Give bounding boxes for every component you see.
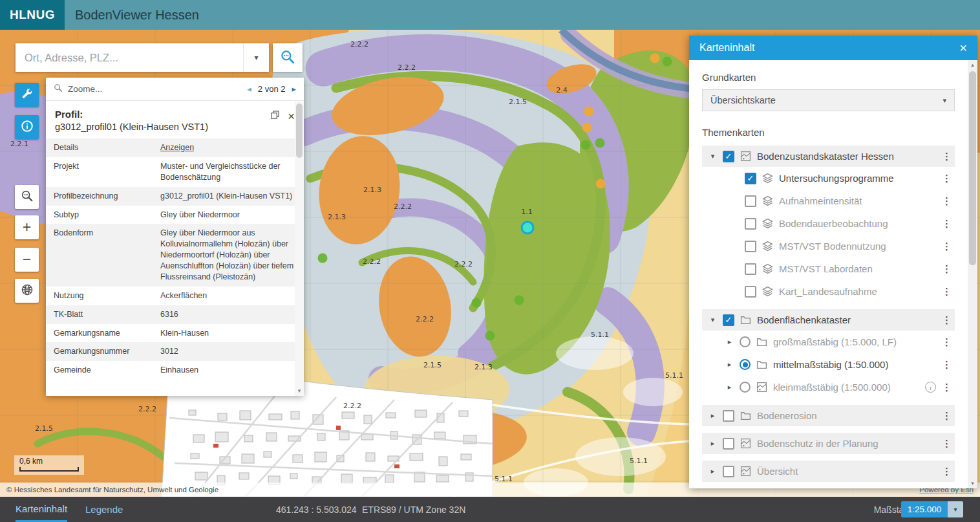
layer-row[interactable]: Aufnahmeintensität⋮ xyxy=(738,190,955,212)
popup-scrollbar[interactable]: ▾ xyxy=(295,102,304,396)
layer-row[interactable]: MST/VST Bodennutzung⋮ xyxy=(738,235,955,257)
layer-checkbox[interactable] xyxy=(745,218,756,230)
scroll-up-icon[interactable]: ▴ xyxy=(971,60,974,70)
search-button[interactable] xyxy=(273,43,303,72)
scroll-down-icon[interactable]: ▾ xyxy=(971,479,974,488)
layer-radio[interactable] xyxy=(740,336,751,347)
selected-map-point[interactable] xyxy=(522,222,533,234)
zoom-in-button[interactable]: + xyxy=(15,215,39,239)
layer-checkbox[interactable]: ✓ xyxy=(723,314,734,326)
scale-select-chevron[interactable]: ▾ xyxy=(948,501,963,517)
map-point-orange[interactable] xyxy=(650,54,660,63)
hlnug-logo[interactable]: HLNUG xyxy=(0,0,65,30)
map-point-orange[interactable] xyxy=(596,179,606,189)
popup-title-value: g3012_profil01 (Klein-Hausen VST1) xyxy=(55,122,208,132)
panel-header: Karteninhalt × xyxy=(689,36,977,60)
kebab-menu-icon[interactable]: ⋮ xyxy=(942,218,951,230)
scrollbar-thumb[interactable] xyxy=(296,103,303,158)
dock-popup-icon[interactable] xyxy=(270,110,280,122)
map-point-orange[interactable] xyxy=(582,123,592,133)
tab-legende[interactable]: Legende xyxy=(85,497,123,522)
home-extent-button[interactable] xyxy=(15,279,39,303)
kebab-menu-icon[interactable]: ⋮ xyxy=(942,173,951,184)
map-point-green[interactable] xyxy=(472,298,482,308)
chevron-right-icon[interactable]: ▸ xyxy=(725,383,734,391)
scroll-down-icon[interactable]: ▾ xyxy=(298,386,301,396)
layer-row[interactable]: ✓Untersuchungsprogramme⋮ xyxy=(738,167,955,190)
kebab-menu-icon[interactable]: ⋮ xyxy=(942,263,951,275)
layer-checkbox[interactable] xyxy=(723,410,734,422)
chevron-right-icon[interactable]: ▸ xyxy=(708,411,717,420)
kebab-menu-icon[interactable]: ⋮ xyxy=(942,241,951,252)
basemap-select[interactable]: Übersichtskarte ▾ xyxy=(702,89,955,111)
layer-checkbox[interactable] xyxy=(745,195,756,207)
chevron-down-icon[interactable]: ▾ xyxy=(708,316,717,324)
kebab-menu-icon[interactable]: ⋮ xyxy=(942,382,951,393)
kebab-menu-icon[interactable]: ⋮ xyxy=(942,151,951,162)
layer-row[interactable]: Kart_Landesaufnahme⋮ xyxy=(738,280,955,303)
zoom-to-link[interactable]: Zoome... xyxy=(68,84,242,94)
layer-radio[interactable] xyxy=(740,382,751,393)
layer-checkbox[interactable] xyxy=(723,438,734,450)
previous-feature-icon[interactable]: ◂ xyxy=(247,84,251,94)
layer-row[interactable]: ▸kleinmaßstäbig (1:500.000)i⋮ xyxy=(719,376,955,398)
close-icon[interactable]: × xyxy=(959,41,967,54)
layer-checkbox[interactable] xyxy=(745,241,756,252)
search-source-dropdown[interactable]: ▾ xyxy=(243,43,269,72)
kebab-menu-icon[interactable]: ⋮ xyxy=(942,336,951,348)
map-point-green[interactable] xyxy=(663,57,672,67)
chevron-right-icon[interactable]: ▸ xyxy=(725,360,734,369)
chevron-right-icon[interactable]: ▸ xyxy=(725,338,734,346)
layer-row[interactable]: MST/VST Labordaten⋮ xyxy=(738,257,955,280)
layer-checkbox[interactable] xyxy=(745,263,756,275)
map-point-green[interactable] xyxy=(581,140,591,150)
identify-results-button[interactable] xyxy=(15,185,39,209)
layer-row[interactable]: Bodendauerbeobachtung⋮ xyxy=(738,212,955,235)
kebab-menu-icon[interactable]: ⋮ xyxy=(942,195,951,207)
map-point-orange[interactable] xyxy=(584,107,594,116)
layer-checkbox[interactable] xyxy=(723,466,734,477)
tools-button[interactable] xyxy=(15,83,39,107)
panel-scrollbar[interactable]: ▴ ▾ xyxy=(968,60,977,488)
kebab-menu-icon[interactable]: ⋮ xyxy=(942,438,951,450)
info-button[interactable] xyxy=(15,115,39,139)
zoom-out-button[interactable]: − xyxy=(15,248,39,272)
map-point-green[interactable] xyxy=(515,296,524,305)
layer-row[interactable]: ▾✓Bodenflächenkataster⋮ xyxy=(702,309,955,331)
soil-unit-label: 2.2.2 xyxy=(363,257,381,266)
map-point-green[interactable] xyxy=(485,331,495,341)
kebab-menu-icon[interactable]: ⋮ xyxy=(942,286,951,298)
search-locator-icon xyxy=(279,49,296,67)
close-icon[interactable]: × xyxy=(288,110,295,122)
layer-row[interactable]: ▾✓Bodenzustandskataster Hessen⋮ xyxy=(702,146,955,167)
search-input[interactable] xyxy=(16,52,243,64)
kebab-menu-icon[interactable]: ⋮ xyxy=(942,410,951,422)
map-point-green[interactable] xyxy=(595,138,605,148)
soil-unit-label: 2.2.2 xyxy=(350,40,368,49)
layer-checkbox[interactable] xyxy=(745,286,756,298)
next-feature-icon[interactable]: ▸ xyxy=(292,84,296,94)
field-label: Subtyp xyxy=(54,210,160,221)
layer-row[interactable]: ▸Übersicht⋮ xyxy=(702,461,955,482)
layer-row[interactable]: ▸Bodenschutz in der Planung⋮ xyxy=(702,433,955,454)
kebab-menu-icon[interactable]: ⋮ xyxy=(942,466,951,477)
layer-row[interactable]: ▸mittelmaßstäbig (1:50.000)⋮ xyxy=(719,353,955,376)
layer-radio[interactable] xyxy=(740,359,751,370)
chevron-down-icon: ▾ xyxy=(254,53,258,62)
scale-select[interactable]: 1:25.000 xyxy=(901,501,948,517)
soil-unit-label: 2.1.3 xyxy=(474,363,493,371)
chevron-right-icon[interactable]: ▸ xyxy=(708,439,717,448)
layer-checkbox[interactable]: ✓ xyxy=(745,173,756,184)
kebab-menu-icon[interactable]: ⋮ xyxy=(942,359,951,371)
anzeigen-link[interactable]: Anzeigen xyxy=(160,142,295,153)
layer-row[interactable]: ▸Bodenerosion⋮ xyxy=(702,405,955,426)
map-point-green[interactable] xyxy=(318,254,328,263)
kebab-menu-icon[interactable]: ⋮ xyxy=(942,314,951,326)
scrollbar-thumb[interactable] xyxy=(969,71,976,265)
chevron-down-icon[interactable]: ▾ xyxy=(708,152,717,160)
layer-checkbox[interactable]: ✓ xyxy=(723,151,734,162)
tab-karteninhalt[interactable]: Karteninhalt xyxy=(16,497,67,522)
layer-row[interactable]: ▸großmaßstäbig (1:5.000, LF)⋮ xyxy=(719,331,955,353)
chevron-right-icon[interactable]: ▸ xyxy=(708,467,717,475)
info-icon[interactable]: i xyxy=(925,382,936,393)
